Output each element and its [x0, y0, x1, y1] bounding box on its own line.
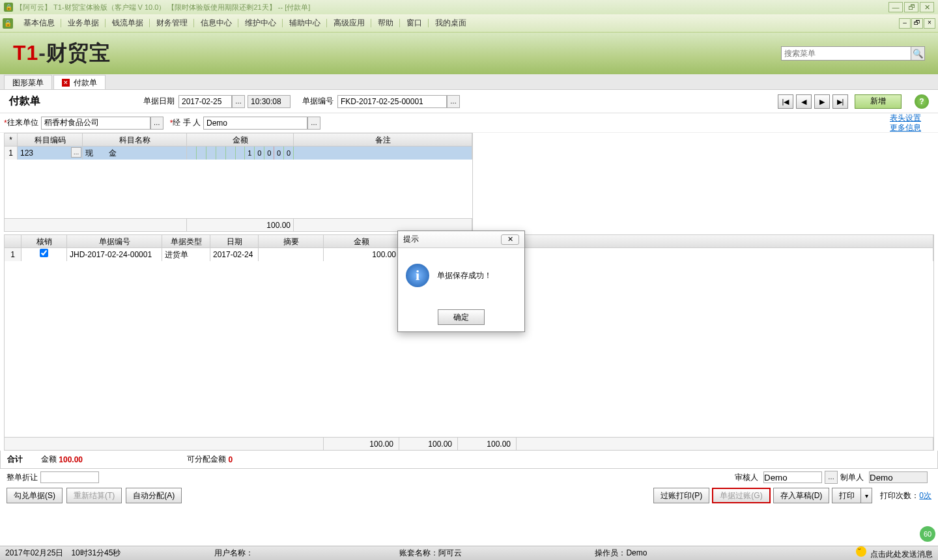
menu-info-center[interactable]: 信息中心 — [194, 18, 238, 29]
print-count-link[interactable]: 0次 — [919, 491, 931, 500]
status-datetime: 2017年02月25日 10时31分45秒 — [5, 548, 121, 559]
help-icon[interactable]: ? — [915, 94, 929, 109]
reviewer-input[interactable] — [763, 471, 822, 483]
auto-alloc-button[interactable]: 自动分配(A) — [126, 488, 182, 503]
cell-check[interactable] — [21, 248, 67, 261]
menu-window[interactable]: 窗口 — [400, 18, 429, 29]
app-logo: T1-财贸宝 — [13, 39, 111, 68]
col-amount2[interactable]: 金额 — [324, 235, 399, 247]
cell-amount2: 100.00 — [324, 248, 399, 261]
window-title: 【阿可云】 T1-财贸宝体验版（客户端 V 10.0） 【限时体验版使用期限还剩… — [16, 3, 310, 12]
search-input[interactable] — [781, 46, 911, 61]
menu-help[interactable]: 帮助 — [371, 18, 400, 29]
cell-docno[interactable]: JHD-2017-02-24-00001 — [67, 248, 162, 261]
new-doc-button[interactable]: 新增 — [855, 94, 902, 109]
status-send-message[interactable]: 点击此处发送消息 — [856, 546, 933, 560]
maker-label: 制单人 — [840, 472, 864, 483]
cell-remark[interactable] — [294, 147, 472, 160]
maker-input — [869, 471, 928, 483]
col-type[interactable]: 单据类型 — [162, 235, 210, 247]
menu-basic-info[interactable]: 基本信息 — [17, 18, 61, 29]
more-info-link[interactable]: 更多信息 — [890, 123, 921, 133]
menu-assist[interactable]: 辅助中心 — [283, 18, 327, 29]
search-icon: 🔍 — [913, 49, 924, 59]
reviewer-lookup-button[interactable]: … — [825, 471, 838, 484]
unit-input[interactable] — [41, 117, 150, 130]
window-titlebar: 🔒 【阿可云】 T1-财贸宝体验版（客户端 V 10.0） 【限时体验版使用期限… — [0, 0, 938, 14]
mdi-minimize-button[interactable]: – — [899, 18, 911, 29]
nav-prev-button[interactable]: ◀ — [796, 94, 812, 109]
form-row: *往来单位 … *经 手 人 … 表头设置 更多信息 — [0, 113, 938, 133]
status-operator: 操作员：Demo — [595, 548, 647, 559]
tab-payment-doc[interactable]: ✕付款单 — [53, 75, 106, 89]
cell-code[interactable]: 123… — [18, 147, 83, 160]
menu-advanced[interactable]: 高级应用 — [327, 18, 371, 29]
date-label: 单据日期 — [143, 96, 175, 107]
docno-lookup-button[interactable]: … — [447, 95, 460, 108]
total-amount: 100.00 — [59, 455, 83, 464]
post-print-button[interactable]: 过账打印(P) — [653, 488, 709, 503]
col-summary[interactable]: 摘要 — [259, 235, 324, 247]
print-button[interactable]: 打印 — [832, 488, 862, 503]
info-icon: i — [406, 264, 429, 287]
allocatable-amount: 0 — [228, 455, 233, 464]
search-button[interactable]: 🔍 — [911, 46, 925, 61]
tab-graphic-menu[interactable]: 图形菜单 — [4, 75, 52, 89]
cell-amount[interactable]: 10000 — [187, 147, 294, 160]
print-dropdown-button[interactable]: ▾ — [860, 488, 872, 503]
menu-my-desktop[interactable]: 我的桌面 — [429, 18, 473, 29]
menu-maintenance[interactable]: 维护中心 — [238, 18, 283, 29]
action-row: 勾兑单据(S) 重新结算(T) 自动分配(A) 过账打印(P) 单据过账(G) … — [0, 486, 938, 505]
date-picker-button[interactable]: … — [232, 95, 245, 108]
cell-name[interactable]: 现 金 — [83, 147, 187, 160]
status-bar: 2017年02月25日 10时31分45秒 用户名称： 账套名称：阿可云 操作员… — [0, 546, 938, 560]
discount-input[interactable] — [40, 471, 99, 483]
settle-checkbox[interactable] — [40, 249, 48, 257]
unit-label: 往来单位 — [7, 117, 38, 128]
recalc-button: 重新结算(T) — [66, 488, 122, 503]
nav-first-button[interactable]: |◀ — [778, 94, 793, 109]
discount-row: 整单折让 审核人 … 制单人 — [0, 469, 938, 486]
handler-label: 经 手 人 — [173, 117, 201, 128]
header-settings-link[interactable]: 表头设置 — [890, 113, 921, 123]
unit-lookup-button[interactable]: … — [150, 117, 163, 130]
dialog-close-button[interactable]: ✕ — [501, 234, 519, 245]
col-docno[interactable]: 单据编号 — [67, 235, 162, 247]
col-amount[interactable]: 金额 — [187, 133, 294, 146]
document-tabstrip: 图形菜单 ✕付款单 — [0, 74, 938, 90]
notification-bubble[interactable]: 60 — [920, 526, 935, 542]
dialog-ok-button[interactable]: 确定 — [438, 309, 485, 325]
grid1-total: 100.00 — [187, 219, 294, 231]
dialog-title: 提示 — [403, 234, 419, 245]
window-close-button[interactable]: ✕ — [920, 2, 934, 12]
col-name[interactable]: 科目名称 — [83, 133, 187, 146]
docno-input[interactable] — [337, 95, 447, 108]
docno-label: 单据编号 — [302, 96, 334, 107]
handler-lookup-button[interactable]: … — [307, 117, 320, 130]
col-remark[interactable]: 备注 — [294, 133, 472, 146]
smiley-icon — [856, 546, 866, 557]
account-grid-row[interactable]: 1 123… 现 金 10000 — [5, 147, 472, 160]
menu-biz-docs[interactable]: 业务单据 — [61, 18, 106, 29]
handler-input[interactable] — [203, 117, 307, 130]
sum-bar: 合计 金额 100.00 可分配金额 0 — [0, 451, 938, 469]
menu-finance[interactable]: 财务管理 — [150, 18, 194, 29]
menu-cashflow[interactable]: 钱流单据 — [106, 18, 150, 29]
window-minimize-button[interactable]: — — [888, 2, 903, 12]
col-code[interactable]: 科目编码 — [18, 133, 83, 146]
mdi-close-button[interactable]: × — [924, 18, 935, 29]
doc-post-button: 单据过账(G) — [712, 488, 770, 503]
code-lookup-button[interactable]: … — [71, 147, 81, 158]
date-input[interactable] — [178, 95, 232, 108]
close-icon[interactable]: ✕ — [62, 79, 70, 87]
col-date[interactable]: 日期 — [210, 235, 259, 247]
save-draft-button[interactable]: 存入草稿(D) — [773, 488, 830, 503]
nav-next-button[interactable]: ▶ — [814, 94, 830, 109]
window-restore-button[interactable]: 🗗 — [904, 2, 918, 12]
account-grid: * 科目编码 科目名称 金额 备注 1 123… 现 金 10000 100.0… — [4, 133, 473, 232]
nav-last-button[interactable]: ▶| — [832, 94, 848, 109]
mdi-restore-button[interactable]: 🗗 — [911, 18, 923, 29]
col-check[interactable]: 核销 — [21, 235, 67, 247]
link-docs-button[interactable]: 勾兑单据(S) — [7, 488, 63, 503]
settle-totals: 100.00 100.00 100.00 — [5, 437, 933, 450]
